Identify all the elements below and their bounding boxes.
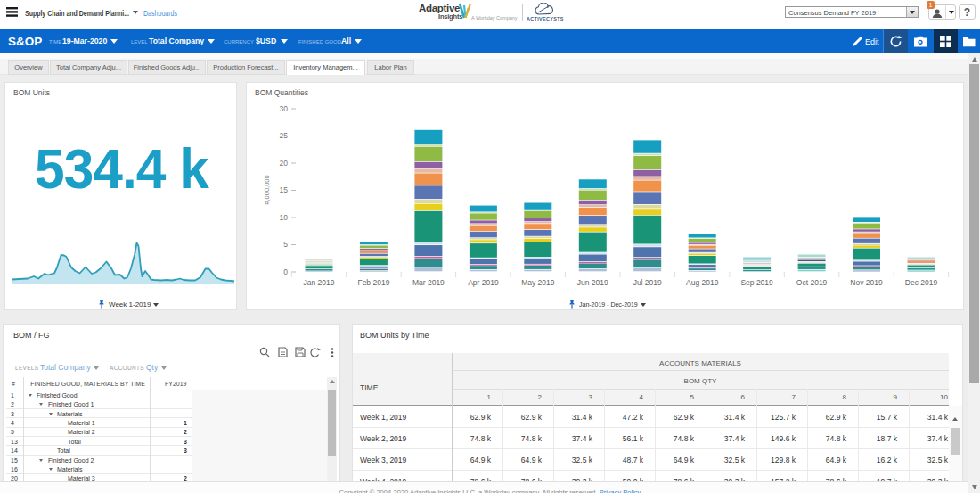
svg-text:Jan 2019: Jan 2019 bbox=[304, 278, 335, 287]
svg-text:15: 15 bbox=[280, 185, 289, 194]
svg-text:Jul 2019: Jul 2019 bbox=[633, 278, 662, 287]
svg-text:10: 10 bbox=[280, 213, 289, 222]
svg-text:Feb 2019: Feb 2019 bbox=[357, 278, 389, 287]
svg-text:#,000,000: #,000,000 bbox=[263, 175, 271, 204]
svg-text:Aug 2019: Aug 2019 bbox=[686, 278, 719, 287]
svg-text:Jun 2019: Jun 2019 bbox=[577, 278, 608, 287]
svg-text:Nov 2019: Nov 2019 bbox=[850, 278, 883, 287]
svg-text:0: 0 bbox=[283, 267, 288, 276]
svg-text:30: 30 bbox=[280, 104, 289, 113]
svg-text:Sep 2019: Sep 2019 bbox=[740, 278, 773, 287]
svg-text:5: 5 bbox=[283, 240, 288, 249]
svg-text:Oct 2019: Oct 2019 bbox=[796, 278, 828, 287]
svg-text:Dec 2019: Dec 2019 bbox=[905, 278, 938, 287]
svg-text:May 2019: May 2019 bbox=[521, 278, 555, 287]
svg-text:20: 20 bbox=[280, 159, 289, 168]
svg-text:25: 25 bbox=[280, 131, 289, 140]
svg-text:Apr 2019: Apr 2019 bbox=[468, 278, 499, 287]
svg-text:Mar 2019: Mar 2019 bbox=[412, 278, 445, 287]
